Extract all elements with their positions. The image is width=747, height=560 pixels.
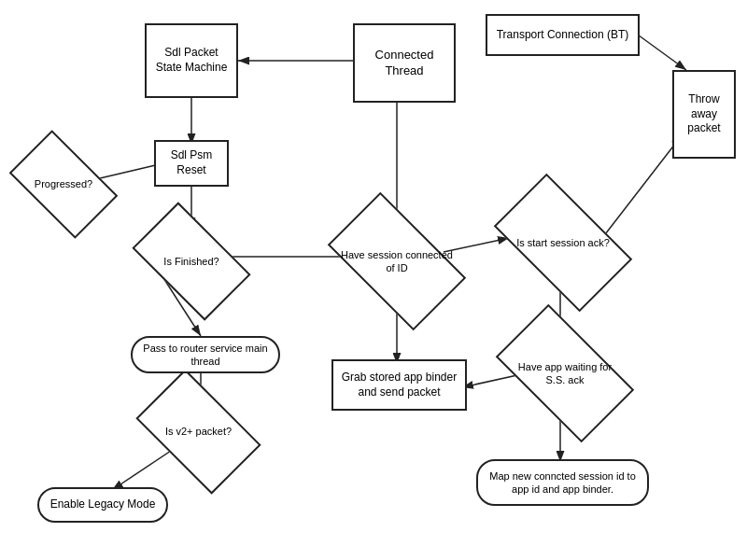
have-session-connected-diamond: Have session connected of ID (336, 224, 458, 299)
progressed-diamond: Progressed? (17, 154, 110, 215)
is-finished-diamond: Is Finished? (140, 229, 243, 294)
grab-stored-app-binder-node: Grab stored app binder and send packet (331, 359, 467, 411)
is-start-session-ack-diamond: Is start session ack? (502, 205, 624, 280)
transport-connection-node: Transport Connection (BT) (486, 14, 640, 56)
sdl-packet-state-machine-node: Sdl Packet State Machine (145, 23, 238, 98)
pass-to-router-node: Pass to router service main thread (131, 336, 280, 373)
is-v2-packet-diamond: Is v2+ packet? (145, 397, 252, 467)
svg-line-2 (635, 33, 686, 70)
sdl-psm-reset-node: Sdl Psm Reset (154, 140, 229, 187)
enable-legacy-mode-node: Enable Legacy Mode (37, 487, 168, 523)
have-app-waiting-diamond: Have app waiting for S.S. ack (504, 336, 626, 411)
flowchart-diagram: Transport Connection (BT) Connected Thre… (0, 0, 747, 560)
connected-thread-node: Connected Thread (353, 23, 456, 103)
map-new-connected-node: Map new conncted session id to app id an… (476, 459, 649, 506)
throw-away-packet-node: Throw away packet (672, 70, 736, 159)
